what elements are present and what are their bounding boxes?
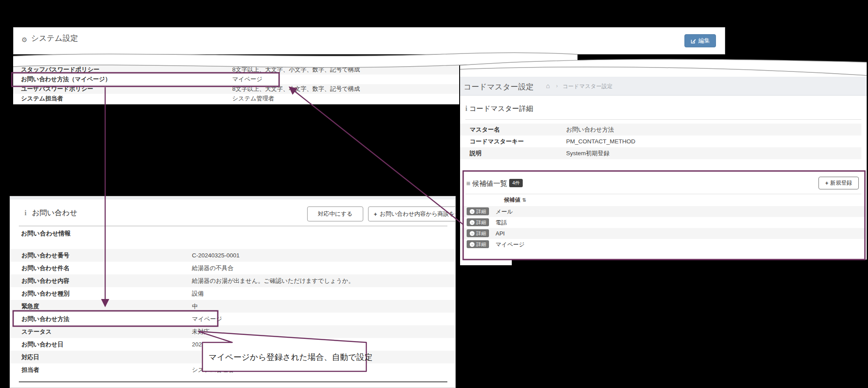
row-label: お問い合わせ方法（マイページ）: [21, 75, 111, 84]
row-label: 説明: [470, 147, 482, 159]
candidate-value: 電話: [496, 217, 507, 228]
circle-arrow-icon: →: [470, 242, 475, 247]
detail-button[interactable]: → 詳細: [467, 240, 489, 248]
table-row: スタッフパスワードポリシー 8文字以上、大文字、小文字、数字、記号で構成: [13, 65, 459, 75]
system-settings-table: スタッフパスワードポリシー 8文字以上、大文字、小文字、数字、記号で構成 お問い…: [13, 65, 459, 104]
row-label: スタッフパスワードポリシー: [21, 65, 99, 75]
row-label: マスター名: [470, 124, 500, 135]
plus-icon: +: [825, 180, 828, 186]
row-value: 2024/0: [192, 338, 210, 351]
system-settings-title: システム設定: [31, 33, 78, 43]
column-header-candidate-value[interactable]: 候補値⇅: [504, 196, 526, 204]
candidate-value: API: [496, 228, 505, 239]
panel-top-strip: [10, 196, 455, 199]
inquiry-row: ステータス 未対応: [11, 325, 456, 338]
detail-button[interactable]: → 詳細: [467, 218, 489, 226]
system-settings-panel: ⚙ システム設定 編集: [13, 27, 725, 54]
candidates-heading: ≡ 候補値一覧 4件: [466, 179, 523, 189]
row-label: システム担当者: [21, 94, 63, 103]
row-value: 中: [192, 300, 198, 313]
row-value: 給湯器の不具合: [192, 262, 234, 274]
chevron-separator-icon: ›: [556, 83, 558, 89]
inquiry-row: 対応日: [11, 351, 456, 363]
inquiry-panel: i お問い合わせ 対応中にする + お問い合わせ内容から商談を登録す お問い合わ…: [10, 196, 456, 388]
row-label: ステータス: [21, 325, 52, 338]
inquiry-row: お問い合わせ件名 給湯器の不具合: [11, 262, 456, 274]
register-deal-from-inquiry-button[interactable]: + お問い合わせ内容から商談を登録す: [368, 206, 456, 221]
inquiry-row: お問い合わせ種別 設備: [11, 287, 456, 300]
row-value: システム管理者: [192, 363, 234, 376]
row-label: お問い合わせ方法: [21, 313, 69, 325]
circle-arrow-icon: →: [470, 231, 475, 236]
sort-icon: ⇅: [522, 197, 526, 203]
candidate-value: マイページ: [496, 239, 524, 250]
row-label: お問い合わせ日: [21, 338, 64, 351]
row-label: お問い合わせ件名: [21, 262, 69, 274]
detail-button[interactable]: → 詳細: [467, 207, 489, 215]
set-in-progress-label: 対応中にする: [318, 210, 353, 218]
inquiry-heading: i お問い合わせ: [25, 208, 78, 218]
gear-icon: ⚙: [21, 36, 27, 44]
edit-icon: [691, 38, 696, 44]
divider: [465, 194, 861, 194]
row-value: System初期登録: [566, 147, 609, 159]
row-label: お問い合わせ内容: [21, 274, 69, 287]
divider: [465, 119, 861, 120]
circle-arrow-icon: →: [470, 209, 475, 214]
info-icon: i: [25, 209, 26, 217]
detail-row: 説明 System初期登録: [460, 147, 861, 159]
screenshot-root: ⚙ システム設定 編集 スタッフパスワードポリシー 8文字以上、大文字、小文字、…: [0, 0, 868, 388]
code-master-title: コードマスター設定: [464, 82, 534, 92]
row-value: 8文字以上、大文字、小文字、数字、記号で構成: [232, 65, 360, 75]
row-label: ユーザパスワードポリシー: [21, 84, 93, 94]
row-label: コードマスターキー: [470, 135, 524, 147]
home-icon[interactable]: ⌂: [546, 82, 550, 89]
candidate-row: → 詳細 電話: [461, 217, 864, 228]
inquiry-row-contact-method: お問い合わせ方法 マイページ: [11, 313, 456, 325]
row-value: マイページ: [192, 313, 222, 325]
row-value: C-20240325-0001: [192, 249, 240, 262]
edit-button[interactable]: 編集: [684, 34, 716, 47]
edit-button-label: 編集: [698, 37, 710, 45]
list-icon: ≡: [466, 180, 470, 187]
plus-icon: +: [374, 211, 377, 217]
section-bottom-rule: [19, 381, 447, 382]
inquiry-row: お問い合わせ日 2024/0: [11, 338, 456, 351]
table-row-contact-method: お問い合わせ方法（マイページ） マイページ: [13, 75, 459, 84]
detail-row: マスター名 お問い合わせ方法: [460, 124, 861, 135]
row-label: お問い合わせ種別: [21, 287, 69, 300]
set-in-progress-button[interactable]: 対応中にする: [307, 206, 363, 221]
row-value: 設備: [192, 287, 204, 300]
row-value: お問い合わせ方法: [566, 124, 614, 135]
row-value: 未対応: [192, 325, 210, 338]
row-label: 担当者: [21, 363, 39, 376]
table-row: ユーザパスワードポリシー 8文字以上、大文字、小文字、数字、記号で構成: [13, 84, 459, 94]
detail-row: コードマスターキー PM_CONTACT_METHOD: [460, 135, 861, 147]
row-value: システム管理者: [232, 94, 274, 103]
code-master-header-bar: コードマスター設定 ⌂ › コードマスター設定: [460, 77, 867, 96]
inquiry-row: 担当者 システム管理者: [11, 363, 456, 376]
inquiry-row: お問い合わせ番号 C-20240325-0001: [11, 249, 456, 262]
new-registration-label: 新規登録: [830, 179, 852, 187]
inquiry-row: 緊急度 中: [11, 300, 456, 313]
info-icon: i: [465, 105, 467, 112]
row-value: PM_CONTACT_METHOD: [566, 135, 635, 147]
count-badge: 4件: [509, 179, 523, 187]
table-row: システム担当者 システム管理者: [13, 94, 459, 103]
detail-button[interactable]: → 詳細: [467, 229, 489, 237]
code-master-panel: コードマスター設定 ⌂ › コードマスター設定 i コードマスター詳細 マスター…: [460, 66, 867, 260]
candidate-row: → 詳細 API: [461, 228, 864, 239]
candidate-value: メール: [496, 206, 513, 217]
register-deal-label: お問い合わせ内容から商談を登録す: [380, 210, 456, 218]
circle-arrow-icon: →: [470, 220, 475, 225]
new-registration-button[interactable]: + 新規登録: [818, 177, 859, 189]
inquiry-info-section-heading: お問い合わせ情報: [21, 230, 71, 238]
row-value: 給湯器のお湯が出ません。ご確認いただけますでしょうか。: [192, 274, 354, 287]
code-master-panel-edge: [460, 260, 512, 265]
candidate-row: → 詳細 メール: [461, 206, 864, 217]
inquiry-row: お問い合わせ内容 給湯器のお湯が出ません。ご確認いただけますでしょうか。: [11, 274, 456, 287]
code-master-detail-heading: i コードマスター詳細: [465, 104, 533, 114]
row-label: お問い合わせ番号: [21, 249, 69, 262]
row-value: マイページ: [232, 75, 262, 84]
candidate-row: → 詳細 マイページ: [461, 239, 864, 250]
